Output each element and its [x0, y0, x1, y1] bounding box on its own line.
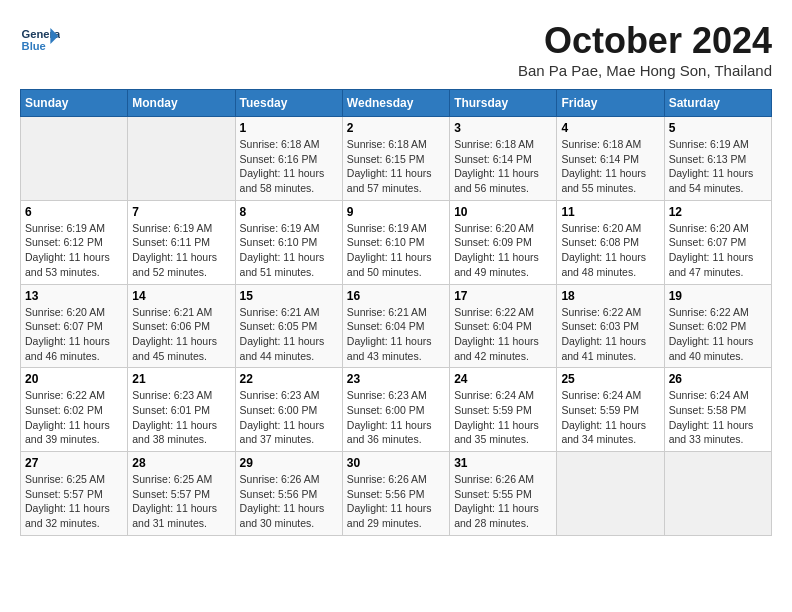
- calendar-cell: 2Sunrise: 6:18 AMSunset: 6:15 PMDaylight…: [342, 117, 449, 201]
- weekday-header: Thursday: [450, 90, 557, 117]
- calendar-cell: 29Sunrise: 6:26 AMSunset: 5:56 PMDayligh…: [235, 452, 342, 536]
- weekday-header: Wednesday: [342, 90, 449, 117]
- calendar-cell: 10Sunrise: 6:20 AMSunset: 6:09 PMDayligh…: [450, 200, 557, 284]
- calendar-cell: 25Sunrise: 6:24 AMSunset: 5:59 PMDayligh…: [557, 368, 664, 452]
- logo-icon: General Blue: [20, 20, 60, 60]
- calendar-cell: 7Sunrise: 6:19 AMSunset: 6:11 PMDaylight…: [128, 200, 235, 284]
- day-detail: Sunrise: 6:21 AMSunset: 6:05 PMDaylight:…: [240, 305, 338, 364]
- weekday-header: Friday: [557, 90, 664, 117]
- calendar-cell: 17Sunrise: 6:22 AMSunset: 6:04 PMDayligh…: [450, 284, 557, 368]
- calendar-table: SundayMondayTuesdayWednesdayThursdayFrid…: [20, 89, 772, 536]
- day-number: 28: [132, 456, 230, 470]
- calendar-cell: 20Sunrise: 6:22 AMSunset: 6:02 PMDayligh…: [21, 368, 128, 452]
- day-detail: Sunrise: 6:18 AMSunset: 6:16 PMDaylight:…: [240, 137, 338, 196]
- calendar-cell: 14Sunrise: 6:21 AMSunset: 6:06 PMDayligh…: [128, 284, 235, 368]
- day-number: 16: [347, 289, 445, 303]
- calendar-cell: 1Sunrise: 6:18 AMSunset: 6:16 PMDaylight…: [235, 117, 342, 201]
- logo: General Blue: [20, 20, 62, 60]
- title-section: October 2024 Ban Pa Pae, Mae Hong Son, T…: [518, 20, 772, 79]
- day-number: 27: [25, 456, 123, 470]
- day-number: 18: [561, 289, 659, 303]
- calendar-cell: 11Sunrise: 6:20 AMSunset: 6:08 PMDayligh…: [557, 200, 664, 284]
- day-number: 3: [454, 121, 552, 135]
- day-number: 31: [454, 456, 552, 470]
- day-number: 14: [132, 289, 230, 303]
- weekday-header-row: SundayMondayTuesdayWednesdayThursdayFrid…: [21, 90, 772, 117]
- day-number: 4: [561, 121, 659, 135]
- calendar-cell: [664, 452, 771, 536]
- day-number: 30: [347, 456, 445, 470]
- day-detail: Sunrise: 6:24 AMSunset: 5:59 PMDaylight:…: [454, 388, 552, 447]
- calendar-cell: 30Sunrise: 6:26 AMSunset: 5:56 PMDayligh…: [342, 452, 449, 536]
- calendar-cell: [557, 452, 664, 536]
- day-detail: Sunrise: 6:18 AMSunset: 6:15 PMDaylight:…: [347, 137, 445, 196]
- day-detail: Sunrise: 6:19 AMSunset: 6:11 PMDaylight:…: [132, 221, 230, 280]
- month-title: October 2024: [518, 20, 772, 62]
- calendar-cell: 21Sunrise: 6:23 AMSunset: 6:01 PMDayligh…: [128, 368, 235, 452]
- day-number: 25: [561, 372, 659, 386]
- day-number: 19: [669, 289, 767, 303]
- day-detail: Sunrise: 6:22 AMSunset: 6:02 PMDaylight:…: [25, 388, 123, 447]
- location-subtitle: Ban Pa Pae, Mae Hong Son, Thailand: [518, 62, 772, 79]
- day-number: 21: [132, 372, 230, 386]
- weekday-header: Monday: [128, 90, 235, 117]
- day-detail: Sunrise: 6:18 AMSunset: 6:14 PMDaylight:…: [454, 137, 552, 196]
- day-number: 24: [454, 372, 552, 386]
- day-detail: Sunrise: 6:20 AMSunset: 6:07 PMDaylight:…: [25, 305, 123, 364]
- day-detail: Sunrise: 6:18 AMSunset: 6:14 PMDaylight:…: [561, 137, 659, 196]
- calendar-cell: 9Sunrise: 6:19 AMSunset: 6:10 PMDaylight…: [342, 200, 449, 284]
- calendar-cell: 16Sunrise: 6:21 AMSunset: 6:04 PMDayligh…: [342, 284, 449, 368]
- calendar-cell: [21, 117, 128, 201]
- day-number: 22: [240, 372, 338, 386]
- weekday-header: Tuesday: [235, 90, 342, 117]
- day-detail: Sunrise: 6:19 AMSunset: 6:13 PMDaylight:…: [669, 137, 767, 196]
- weekday-header: Sunday: [21, 90, 128, 117]
- calendar-cell: 24Sunrise: 6:24 AMSunset: 5:59 PMDayligh…: [450, 368, 557, 452]
- calendar-cell: 4Sunrise: 6:18 AMSunset: 6:14 PMDaylight…: [557, 117, 664, 201]
- day-detail: Sunrise: 6:25 AMSunset: 5:57 PMDaylight:…: [132, 472, 230, 531]
- calendar-cell: 26Sunrise: 6:24 AMSunset: 5:58 PMDayligh…: [664, 368, 771, 452]
- calendar-week-row: 1Sunrise: 6:18 AMSunset: 6:16 PMDaylight…: [21, 117, 772, 201]
- day-number: 2: [347, 121, 445, 135]
- calendar-cell: 18Sunrise: 6:22 AMSunset: 6:03 PMDayligh…: [557, 284, 664, 368]
- day-detail: Sunrise: 6:26 AMSunset: 5:56 PMDaylight:…: [347, 472, 445, 531]
- day-number: 6: [25, 205, 123, 219]
- day-number: 20: [25, 372, 123, 386]
- day-number: 12: [669, 205, 767, 219]
- day-detail: Sunrise: 6:21 AMSunset: 6:06 PMDaylight:…: [132, 305, 230, 364]
- day-detail: Sunrise: 6:25 AMSunset: 5:57 PMDaylight:…: [25, 472, 123, 531]
- day-detail: Sunrise: 6:20 AMSunset: 6:07 PMDaylight:…: [669, 221, 767, 280]
- calendar-cell: 23Sunrise: 6:23 AMSunset: 6:00 PMDayligh…: [342, 368, 449, 452]
- calendar-cell: 6Sunrise: 6:19 AMSunset: 6:12 PMDaylight…: [21, 200, 128, 284]
- day-number: 23: [347, 372, 445, 386]
- day-number: 29: [240, 456, 338, 470]
- calendar-week-row: 20Sunrise: 6:22 AMSunset: 6:02 PMDayligh…: [21, 368, 772, 452]
- day-detail: Sunrise: 6:20 AMSunset: 6:08 PMDaylight:…: [561, 221, 659, 280]
- day-detail: Sunrise: 6:23 AMSunset: 6:00 PMDaylight:…: [240, 388, 338, 447]
- day-detail: Sunrise: 6:26 AMSunset: 5:56 PMDaylight:…: [240, 472, 338, 531]
- day-number: 11: [561, 205, 659, 219]
- day-detail: Sunrise: 6:20 AMSunset: 6:09 PMDaylight:…: [454, 221, 552, 280]
- day-detail: Sunrise: 6:24 AMSunset: 5:59 PMDaylight:…: [561, 388, 659, 447]
- day-detail: Sunrise: 6:22 AMSunset: 6:03 PMDaylight:…: [561, 305, 659, 364]
- calendar-cell: 19Sunrise: 6:22 AMSunset: 6:02 PMDayligh…: [664, 284, 771, 368]
- calendar-cell: 15Sunrise: 6:21 AMSunset: 6:05 PMDayligh…: [235, 284, 342, 368]
- day-number: 26: [669, 372, 767, 386]
- day-detail: Sunrise: 6:21 AMSunset: 6:04 PMDaylight:…: [347, 305, 445, 364]
- day-detail: Sunrise: 6:23 AMSunset: 6:00 PMDaylight:…: [347, 388, 445, 447]
- day-detail: Sunrise: 6:19 AMSunset: 6:10 PMDaylight:…: [240, 221, 338, 280]
- day-detail: Sunrise: 6:23 AMSunset: 6:01 PMDaylight:…: [132, 388, 230, 447]
- day-number: 9: [347, 205, 445, 219]
- calendar-week-row: 6Sunrise: 6:19 AMSunset: 6:12 PMDaylight…: [21, 200, 772, 284]
- calendar-cell: 27Sunrise: 6:25 AMSunset: 5:57 PMDayligh…: [21, 452, 128, 536]
- day-detail: Sunrise: 6:22 AMSunset: 6:04 PMDaylight:…: [454, 305, 552, 364]
- calendar-cell: 31Sunrise: 6:26 AMSunset: 5:55 PMDayligh…: [450, 452, 557, 536]
- day-detail: Sunrise: 6:26 AMSunset: 5:55 PMDaylight:…: [454, 472, 552, 531]
- calendar-cell: 22Sunrise: 6:23 AMSunset: 6:00 PMDayligh…: [235, 368, 342, 452]
- calendar-cell: 13Sunrise: 6:20 AMSunset: 6:07 PMDayligh…: [21, 284, 128, 368]
- day-number: 17: [454, 289, 552, 303]
- calendar-week-row: 13Sunrise: 6:20 AMSunset: 6:07 PMDayligh…: [21, 284, 772, 368]
- day-number: 10: [454, 205, 552, 219]
- calendar-cell: 5Sunrise: 6:19 AMSunset: 6:13 PMDaylight…: [664, 117, 771, 201]
- weekday-header: Saturday: [664, 90, 771, 117]
